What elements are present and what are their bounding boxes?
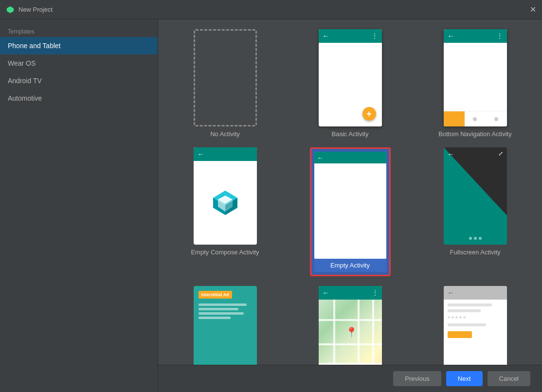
maps-preview-box: ← ⋮ 📍 <box>319 286 382 365</box>
bottom-bar: Previous Next Cancel <box>158 365 542 392</box>
sidebar: Templates Phone and Tablet Wear OS Andro… <box>0 19 158 392</box>
basic-phone-mockup: ← ⋮ + <box>319 29 382 126</box>
bottom-nav-bar <box>444 111 507 126</box>
back-icon-2: ← <box>448 32 454 40</box>
settings-line-3 <box>448 323 487 326</box>
basic-body: + <box>319 43 382 126</box>
fullscreen-nav-dots <box>469 237 482 240</box>
main-layout: Templates Phone and Tablet Wear OS Andro… <box>0 19 542 392</box>
empty-activity-toolbar: ← <box>314 152 386 163</box>
no-activity-label: No Activity <box>210 130 240 138</box>
basic-activity-label: Basic Activity <box>332 130 369 138</box>
settings-line-2 <box>448 309 481 312</box>
sidebar-item-automotive[interactable]: Automotive <box>0 89 158 107</box>
road-v-1 <box>333 300 335 365</box>
settings-body <box>444 300 507 342</box>
compose-preview-box: ← <box>194 147 257 245</box>
maps-body: 📍 <box>319 300 382 365</box>
content-area: No Activity ← ⋮ + Basic Activity <box>158 19 542 392</box>
template-card-basic-activity[interactable]: ← ⋮ + Basic Activity <box>295 29 405 138</box>
template-card-bottom-nav[interactable]: ← ⋮ Bottom Navigation Activity <box>420 29 530 138</box>
empty-activity-inner: ← <box>314 152 386 259</box>
menu-dots-2: ⋮ <box>497 33 503 39</box>
templates-grid: No Activity ← ⋮ + Basic Activity <box>158 19 542 365</box>
close-button[interactable]: ✕ <box>530 6 536 14</box>
compose-body <box>194 161 257 245</box>
maps-mockup: ← ⋮ 📍 <box>319 286 382 365</box>
basic-activity-preview: ← ⋮ + <box>319 29 382 126</box>
fullscreen-back-icon: ← <box>448 150 454 158</box>
settings-back-icon: ← <box>448 289 454 297</box>
settings-line-1 <box>448 303 492 306</box>
no-activity-box <box>194 29 257 126</box>
empty-activity-label-bar: Empty Activity <box>314 259 386 272</box>
fullscreen-activity-label: Fullscreen Activity <box>450 249 500 256</box>
no-activity-preview <box>194 29 257 126</box>
bottom-nav-mockup: ← ⋮ <box>444 29 507 126</box>
fullscreen-expand-icon: ⤢ <box>498 150 503 157</box>
empty-back-icon: ← <box>317 154 324 161</box>
settings-toolbar: ← <box>444 286 507 300</box>
fab-button: + <box>362 107 376 121</box>
menu-dots: ⋮ <box>372 33 378 39</box>
nav-item-1 <box>444 111 465 126</box>
empty-activity-selected-wrapper: ← Empty Activity <box>310 147 391 276</box>
maps-menu-dots: ⋮ <box>372 289 378 296</box>
sidebar-section-templates: Templates <box>0 24 158 37</box>
template-card-settings[interactable]: ← <box>420 286 530 365</box>
bottom-nav-body <box>444 43 507 111</box>
compose-mockup: ← <box>194 147 257 245</box>
dialog-title: New Project <box>18 6 530 13</box>
cube-icon <box>211 188 240 217</box>
title-bar: New Project ✕ <box>0 0 542 19</box>
compose-activity-label: Empty Compose Activity <box>191 249 259 256</box>
compose-toolbar: ← <box>194 147 257 161</box>
bottom-nav-preview: ← ⋮ <box>444 29 507 126</box>
maps-back-icon: ← <box>323 289 329 297</box>
settings-mockup: ← <box>444 286 507 365</box>
template-card-empty-activity[interactable]: ← Empty Activity <box>295 147 405 276</box>
ad-lines <box>199 303 252 319</box>
ad-badge: Interstitial Ad <box>199 291 232 299</box>
settings-dots <box>448 316 503 319</box>
cancel-button[interactable]: Cancel <box>488 371 530 386</box>
fullscreen-preview-box: ← ⤢ <box>444 147 507 245</box>
nav-item-2 <box>465 111 486 126</box>
bottom-nav-label: Bottom Navigation Activity <box>438 130 511 138</box>
compose-back-icon: ← <box>198 150 204 158</box>
sidebar-item-android-tv[interactable]: Android TV <box>0 72 158 89</box>
interstitial-preview-box: Interstitial Ad <box>194 286 257 365</box>
road-v-2 <box>358 300 360 365</box>
basic-toolbar: ← ⋮ <box>319 29 382 43</box>
maps-pin: 📍 <box>345 326 358 338</box>
template-card-maps[interactable]: ← ⋮ 📍 Google M <box>295 286 405 365</box>
template-card-no-activity[interactable]: No Activity <box>170 29 280 138</box>
bottom-nav-toolbar: ← ⋮ <box>444 29 507 43</box>
previous-button[interactable]: Previous <box>393 371 441 386</box>
template-card-interstitial[interactable]: Interstitial Ad Interstitial Ad <box>170 286 280 365</box>
template-card-fullscreen[interactable]: ← ⤢ Fullscreen Activity <box>420 147 530 276</box>
template-card-compose[interactable]: ← <box>170 147 280 276</box>
svg-marker-0 <box>7 6 14 13</box>
sidebar-item-wear-os[interactable]: Wear OS <box>0 54 158 72</box>
maps-toolbar: ← ⋮ <box>319 286 382 300</box>
back-icon: ← <box>323 32 329 40</box>
nav-item-3 <box>486 111 506 126</box>
road-v-3 <box>372 300 374 365</box>
fullscreen-toolbar: ← <box>444 147 507 161</box>
settings-preview-box: ← <box>444 286 507 365</box>
app-icon <box>6 5 15 14</box>
fullscreen-mockup: ← ⤢ <box>444 147 507 245</box>
settings-action-btn <box>448 331 472 338</box>
empty-activity-body <box>314 163 386 259</box>
interstitial-mockup: Interstitial Ad <box>194 286 257 365</box>
next-button[interactable]: Next <box>446 371 483 386</box>
sidebar-item-phone-tablet[interactable]: Phone and Tablet <box>0 37 158 54</box>
